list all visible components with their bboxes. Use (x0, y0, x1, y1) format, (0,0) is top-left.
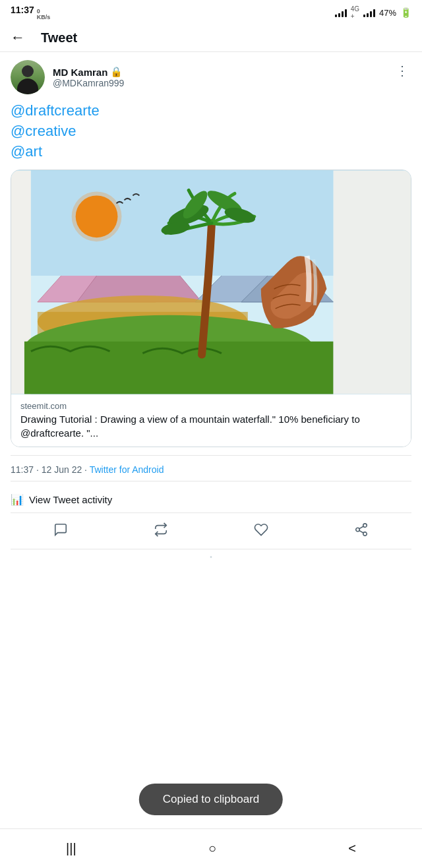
svg-line-25 (359, 531, 363, 534)
display-name: MD Kamran (53, 67, 107, 78)
user-details: MD Kamran 🔒 @MDKamran999 (53, 66, 124, 88)
battery-icon: 🔋 (400, 7, 411, 18)
user-info-left: MD Kamran 🔒 @MDKamran999 (11, 60, 124, 94)
bar3b (370, 11, 372, 17)
reply-icon (53, 522, 68, 537)
action-bar (11, 513, 411, 549)
link-title: Drawing Tutorial : Drawing a view of a m… (20, 412, 402, 440)
bar2 (338, 13, 340, 17)
more-options-button[interactable]: ⋮ (393, 60, 411, 81)
kb-display: 0KB/s (37, 9, 51, 20)
twitter-for-android[interactable]: Twitter for Android (90, 464, 164, 475)
svg-point-22 (363, 524, 367, 528)
svg-rect-2 (333, 171, 411, 394)
activity-text: 📊 View Tweet activity (11, 493, 411, 506)
nav-back-button[interactable]: < (328, 834, 376, 863)
mention-2[interactable]: @creative (11, 121, 411, 142)
network-type: 4G+ (351, 5, 359, 20)
link-card[interactable]: Draft crearte @mdkamran99 Drawing Tutori… (11, 170, 411, 447)
back-button[interactable]: ← (11, 29, 25, 46)
link-card-image: Draft crearte @mdkamran99 Drawing Tutori… (11, 170, 411, 394)
timestamp-row: 11:37 · 12 Jun 22 · Twitter for Android (11, 455, 411, 481)
share-button[interactable] (349, 517, 374, 542)
avatar[interactable] (11, 60, 45, 94)
svg-point-9 (72, 192, 122, 242)
time-display: 11:37 (11, 5, 34, 15)
retweet-button[interactable] (148, 517, 173, 542)
nav-home-button[interactable]: ○ (189, 834, 236, 863)
drawing-svg: Draft crearte @mdkamran99 Drawing Tutori… (11, 170, 411, 394)
link-card-info: steemit.com Drawing Tutorial : Drawing a… (11, 394, 411, 447)
svg-point-24 (363, 532, 367, 536)
status-icons: 4G+ 47% 🔋 (335, 5, 411, 20)
dot-divider: • (11, 549, 411, 562)
like-button[interactable] (249, 517, 274, 542)
user-row: MD Kamran 🔒 @MDKamran999 ⋮ (11, 60, 411, 94)
lock-icon: 🔒 (110, 66, 123, 78)
svg-rect-13 (24, 342, 333, 394)
like-icon (254, 522, 268, 537)
reply-button[interactable] (48, 517, 73, 542)
share-icon (354, 522, 369, 537)
bottom-nav: ||| ○ < (0, 828, 422, 868)
battery-percent: 47% (379, 8, 396, 18)
bar4 (345, 9, 347, 17)
tweet-header: ← Tweet (0, 24, 422, 52)
avatar-image (11, 60, 45, 94)
tweet-text: @draftcrearte @creative @art (11, 101, 411, 162)
nav-menu-button[interactable]: ||| (46, 834, 96, 863)
bar1b (363, 15, 365, 17)
page-title: Tweet (41, 30, 77, 46)
status-bar: 11:37 0KB/s 4G+ 47% 🔋 (0, 0, 422, 24)
retweet-icon (154, 522, 168, 537)
link-source: steemit.com (20, 401, 402, 411)
signal-icon-2 (363, 8, 375, 17)
user-handle: @MDKamran999 (53, 78, 124, 88)
user-name: MD Kamran 🔒 (53, 66, 124, 78)
timestamp-text: 11:37 · 12 Jun 22 · Twitter for Android (11, 464, 164, 475)
svg-line-26 (359, 526, 363, 529)
bar2b (367, 13, 369, 17)
bar4b (373, 9, 375, 17)
tweet-container: MD Kamran 🔒 @MDKamran999 ⋮ @draftcrearte… (0, 52, 422, 562)
bar3 (342, 11, 344, 17)
mention-1[interactable]: @draftcrearte (11, 101, 411, 121)
signal-icon (335, 8, 347, 17)
bar1 (335, 15, 337, 17)
view-activity-row[interactable]: 📊 View Tweet activity (11, 487, 411, 513)
activity-label: View Tweet activity (29, 494, 112, 505)
mention-3[interactable]: @art (11, 142, 411, 162)
clipboard-toast: Copied to clipboard (139, 784, 283, 815)
chart-icon: 📊 (11, 493, 24, 506)
toast-message: Copied to clipboard (163, 793, 259, 805)
time-date: 11:37 · 12 Jun 22 · (11, 464, 90, 475)
status-time: 11:37 0KB/s (11, 5, 50, 20)
svg-point-23 (356, 528, 360, 532)
